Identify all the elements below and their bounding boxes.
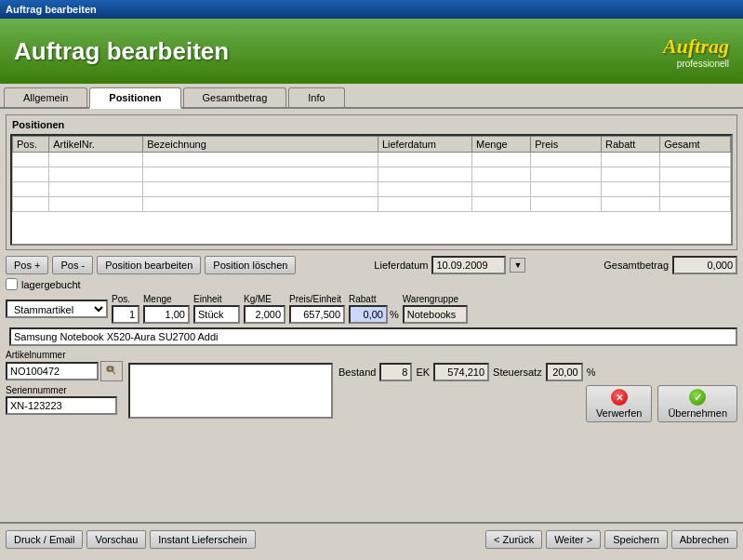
table-row-empty-4 (13, 197, 731, 212)
ek-label: EK (416, 367, 430, 378)
col-bezeichnung: Bezeichnung (143, 137, 378, 153)
seriennummer-label: Seriennummer (6, 385, 123, 395)
warengruppe-label: Warengruppe (403, 294, 468, 304)
description-textarea[interactable] (128, 363, 333, 419)
positionen-table: Pos. ArtikelNr. Bezeichnung Lieferdatum … (12, 136, 731, 212)
position-bearbeiten-button[interactable]: Position bearbeiten (97, 256, 201, 274)
bestand-input (379, 363, 412, 381)
instant-lieferschein-button[interactable]: Instant Lieferschein (150, 530, 255, 549)
lagergebucht-label: lagergebucht (21, 279, 81, 290)
positionen-group-title: Positionen (10, 119, 733, 130)
gesamtbetrag-input (672, 256, 737, 274)
uebernehmen-icon (689, 389, 706, 406)
verwerfen-icon (611, 389, 628, 406)
warengruppe-field-group: Warengruppe (403, 294, 468, 324)
tab-info[interactable]: Info (288, 87, 344, 107)
lower-form-row: Artikelnummer Seriennummer (6, 350, 737, 422)
header-title: Auftrag bearbeiten (14, 37, 229, 66)
col-gesamt: Gesamt (660, 137, 731, 153)
uebernehmen-label: Übernehmen (668, 407, 727, 419)
col-pos: Pos. (13, 137, 49, 153)
col-menge: Menge (471, 137, 530, 153)
table-row-empty-1 (13, 153, 731, 167)
preis-einheit-label: Preis/Einheit (289, 294, 345, 304)
abbrechen-button[interactable]: Abbrechen (671, 530, 737, 549)
zurueck-button[interactable]: < Zurück (485, 530, 542, 549)
gesamtbetrag-label: Gesamtbetrag (604, 260, 669, 271)
lagergebucht-checkbox[interactable] (6, 278, 18, 290)
logo-sub: professionell (663, 59, 729, 69)
title-bar: Auftrag bearbeiten (0, 0, 743, 19)
positionen-table-container: Pos. ArtikelNr. Bezeichnung Lieferdatum … (10, 134, 733, 246)
speichern-button[interactable]: Speichern (604, 530, 668, 549)
svg-line-1 (113, 371, 115, 374)
col-rabatt: Rabatt (601, 137, 659, 153)
col-preis: Preis (531, 137, 602, 153)
action-row-1: Pos + Pos - Position bearbeiten Position… (6, 256, 737, 274)
dropdown-arrow-lieferdatum[interactable]: ▼ (510, 258, 525, 273)
search-icon (105, 366, 118, 377)
warengruppe-input (403, 305, 468, 324)
ek-input (433, 363, 489, 381)
rabatt-input[interactable] (349, 305, 388, 324)
kg-me-label: Kg/ME (244, 294, 285, 304)
seriennummer-group: Seriennummer (6, 385, 123, 415)
menge-field-group: Menge (143, 294, 190, 324)
pos-label: Pos. (112, 294, 139, 304)
title-bar-text: Auftrag bearbeiten (6, 4, 97, 15)
action-row-2: lagergebucht (6, 278, 737, 290)
bezeichnung-row (6, 327, 737, 346)
pos-minus-button[interactable]: Pos - (52, 256, 93, 274)
position-loeschen-button[interactable]: Position löschen (205, 256, 296, 274)
artikelnummer-group: Artikelnummer (6, 350, 123, 381)
pos-plus-button[interactable]: Pos + (6, 256, 48, 274)
col-lieferdatum: Lieferdatum (378, 137, 471, 153)
col-artikelnr: ArtikelNr. (49, 137, 143, 153)
pos-field-group: Pos. (112, 294, 139, 324)
bestand-label: Bestand (338, 367, 376, 378)
tab-allgemein[interactable]: Allgemein (4, 87, 87, 107)
table-row-empty-2 (13, 167, 731, 182)
action-row-3: Stammartikel Pos. Menge Einheit Kg/ME Pr… (6, 294, 737, 324)
weiter-button[interactable]: Weiter > (546, 530, 601, 549)
steuersatz-percent: % (587, 367, 596, 378)
preis-einheit-field-group: Preis/Einheit (289, 294, 345, 324)
tab-positionen[interactable]: Positionen (89, 87, 180, 109)
artikelnummer-input[interactable] (6, 362, 99, 380)
vorschau-button[interactable]: Vorschau (86, 530, 146, 549)
pos-input[interactable] (112, 305, 139, 324)
menge-input[interactable] (143, 305, 190, 324)
positionen-group: Positionen Pos. ArtikelNr. Bezeichnung L… (6, 114, 737, 250)
header: Auftrag bearbeiten Auftrag professionell (0, 19, 743, 84)
verwerfen-button[interactable]: Verwerfen (586, 385, 653, 422)
percent-sign: % (390, 309, 399, 320)
lieferdatum-input[interactable] (431, 256, 506, 274)
einheit-input[interactable] (193, 305, 240, 324)
table-row-empty-3 (13, 182, 731, 197)
header-logo: Auftrag professionell (663, 34, 729, 69)
seriennummer-input[interactable] (6, 396, 117, 415)
stammartikel-select[interactable]: Stammartikel (6, 300, 108, 318)
einheit-field-group: Einheit (193, 294, 240, 324)
logo-main: Auftrag (663, 34, 729, 59)
rabatt-field-group: Rabatt % (349, 294, 399, 324)
status-bar: Druck / Email Vorschau Instant Liefersch… (0, 522, 743, 555)
einheit-label: Einheit (193, 294, 240, 304)
rabatt-label: Rabatt (349, 294, 399, 304)
menge-label: Menge (143, 294, 190, 304)
steuersatz-input (546, 363, 583, 381)
tab-gesamtbetrag[interactable]: Gesamtbetrag (183, 87, 287, 107)
steuersatz-label: Steuersatz (493, 367, 542, 378)
druck-email-button[interactable]: Druck / Email (6, 530, 83, 549)
preis-einheit-input[interactable] (289, 305, 345, 324)
kg-me-input[interactable] (244, 305, 285, 324)
main-content: Positionen Pos. ArtikelNr. Bezeichnung L… (0, 109, 743, 522)
tabs-bar: Allgemein Positionen Gesamtbetrag Info (0, 84, 743, 109)
artikelnummer-label: Artikelnummer (6, 350, 123, 360)
lieferdatum-label: Lieferdatum (374, 260, 428, 271)
lagergebucht-checkbox-row: lagergebucht (6, 278, 81, 290)
uebernehmen-button[interactable]: Übernehmen (657, 385, 737, 422)
bezeichnung-input[interactable] (9, 327, 737, 346)
kg-me-field-group: Kg/ME (244, 294, 285, 324)
artikelnummer-search-button[interactable] (100, 361, 123, 381)
